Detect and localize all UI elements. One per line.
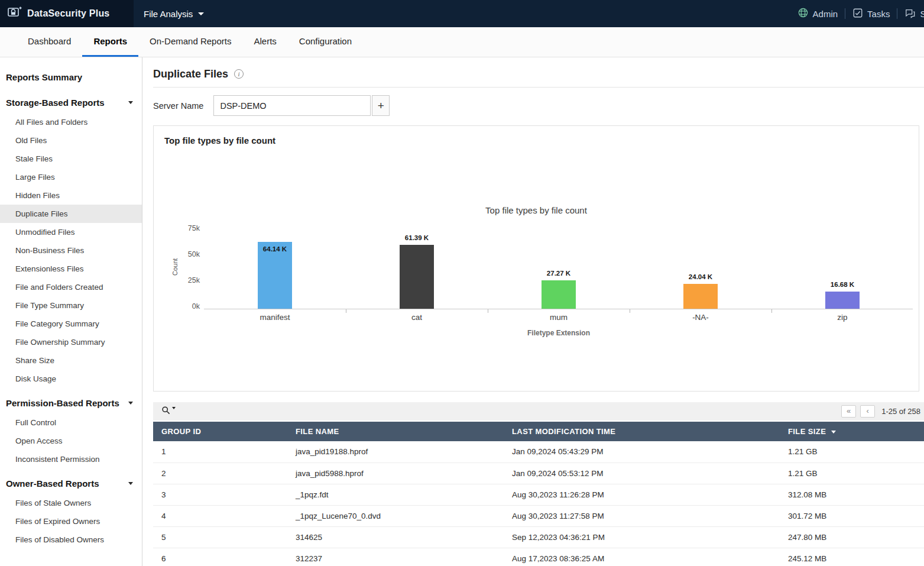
table-cell: 1 [153,441,287,462]
sidebar-item-all-files-and-folders[interactable]: All Files and Folders [0,113,142,131]
support-menu[interactable]: Support [904,8,924,20]
sidebar-item-duplicate-files[interactable]: Duplicate Files [0,205,142,223]
chevron-down-icon [172,407,176,409]
sidebar-item-non-business-files[interactable]: Non-Business Files [0,241,142,260]
table-header-row: GROUP ID FILE NAME LAST MODIFICATION TIM… [153,422,924,441]
bar-na[interactable] [683,284,718,309]
sidebar-item-stale-files[interactable]: Stale Files [0,150,142,168]
sidebar-item-files-of-disabled-owners[interactable]: Files of Disabled Owners [0,531,142,549]
table-row[interactable]: 5314625Sep 12,2023 04:36:21 PM247.80 MB [153,526,924,548]
chevron-down-icon [128,101,133,104]
module-selector[interactable]: File Analysis [144,9,204,19]
column-header-label: FILE SIZE [788,427,826,436]
table-cell: 1.21 GB [780,462,924,484]
pagination: « ‹ 1-25 of 258 [841,405,920,418]
sidebar-item-open-access[interactable]: Open Access [0,432,142,450]
x-axis-tick [488,309,488,313]
x-axis-label: Filetype Extension [204,329,913,337]
table-cell: 247.80 MB [780,526,924,548]
y-axis-tick: 0k [171,302,200,311]
tab-reports[interactable]: Reports [82,27,138,57]
x-axis-category: manifest [234,313,316,322]
column-header-file-size[interactable]: FILE SIZE [780,422,924,441]
column-header-file-name[interactable]: FILE NAME [287,422,504,441]
x-axis-category: mum [517,313,600,322]
x-axis-tick [771,309,772,313]
admin-label: Admin [813,9,838,19]
table-cell: java_pid5988.hprof [287,462,504,484]
pagination-range: 1-25 of 258 [881,407,920,416]
sidebar-item-files-of-stale-owners[interactable]: Files of Stale Owners [0,494,142,512]
column-header-last-modification-time[interactable]: LAST MODIFICATION TIME [504,422,780,441]
tab-alerts[interactable]: Alerts [242,27,287,57]
admin-menu[interactable]: Admin [797,7,838,20]
table-cell: 3 [153,484,287,505]
table-row[interactable]: 6312237Aug 17,2023 08:36:25 AM245.12 MB [153,548,924,566]
search-icon [161,406,171,418]
pagination-prev-button[interactable]: ‹ [860,405,875,418]
sidebar-section-title: Owner-Based Reports [6,478,99,489]
tab-configuration[interactable]: Configuration [288,27,363,57]
sidebar-item-disk-usage[interactable]: Disk Usage [0,370,142,388]
chevron-down-icon [198,12,204,15]
x-axis-tick [346,309,346,313]
server-name-label: Server Name [153,101,203,111]
column-header-label: GROUP ID [161,427,201,436]
sidebar-item-full-control[interactable]: Full Control [0,413,142,432]
sidebar-item-large-files[interactable]: Large Files [0,168,142,186]
bar-cat[interactable] [400,245,434,309]
sidebar-section-title: Reports Summary [6,72,82,82]
sidebar-item-file-type-summary[interactable]: File Type Summary [0,296,142,315]
y-axis-tick: 25k [171,276,200,284]
nav-tabs: DashboardReportsOn-Demand ReportsAlertsC… [0,27,924,57]
sidebar-section-title: Storage-Based Reports [6,98,105,108]
sidebar-item-unmodified-files[interactable]: Unmodified Files [0,223,142,241]
y-axis-label: Count [171,258,179,276]
sidebar-item-files-of-expired-owners[interactable]: Files of Expired Owners [0,512,142,531]
column-search-button[interactable] [161,406,176,418]
sidebar-item-inconsistent-permission[interactable]: Inconsistent Permission [0,450,142,468]
column-header-group-id[interactable]: GROUP ID [153,422,287,441]
table-cell: 1.21 GB [780,441,924,462]
table-row[interactable]: 4_1pqz_Lucene70_0.dvdAug 30,2023 11:27:5… [153,505,924,526]
sidebar-section-reports-summary[interactable]: Reports Summary [0,67,142,88]
sidebar-section-owner-based-reports[interactable]: Owner-Based Reports [0,473,142,494]
table-cell: 245.12 MB [780,548,924,566]
sidebar-item-old-files[interactable]: Old Files [0,131,142,150]
x-axis-category: -NA- [659,313,742,322]
table-cell: 312237 [287,548,504,566]
pagination-first-button[interactable]: « [841,405,856,418]
sidebar-item-file-and-folders-created[interactable]: File and Folders Created [0,278,142,296]
tab-on-demand-reports[interactable]: On-Demand Reports [138,27,242,57]
tasks-menu[interactable]: Tasks [852,8,890,20]
server-name-input[interactable] [213,95,371,116]
bar-value-label: 24.04 K [674,273,727,280]
sidebar-item-file-ownership-summary[interactable]: File Ownership Summary [0,333,142,351]
sidebar-section-storage-based-reports[interactable]: Storage-Based Reports [0,92,142,113]
tab-dashboard[interactable]: Dashboard [17,27,82,57]
add-server-button[interactable]: + [372,95,390,116]
sidebar-item-file-category-summary[interactable]: File Category Summary [0,315,142,333]
table-row[interactable]: 3_1pqz.fdtAug 30,2023 11:26:28 PM312.08 … [153,484,924,505]
table-cell: _1pqz.fdt [287,484,504,505]
sidebar-item-share-size[interactable]: Share Size [0,351,142,370]
bar-value-label: 64.14 K [248,245,301,253]
bar-mum[interactable] [542,280,576,309]
sidebar-section-title: Permission-Based Reports [6,398,119,408]
main-content: Duplicate Files Server Name + Top file t… [142,57,924,566]
sidebar-item-hidden-files[interactable]: Hidden Files [0,186,142,205]
bar-zip[interactable] [825,292,860,309]
table-row[interactable]: 2java_pid5988.hprofJan 09,2024 05:53:12 … [153,462,924,484]
x-axis-line [204,309,913,309]
info-icon[interactable] [234,69,244,79]
sidebar-section-permission-based-reports[interactable]: Permission-Based Reports [0,393,142,413]
bar-value-label: 61.39 K [390,234,443,241]
table-cell: Aug 30,2023 11:26:28 PM [504,484,780,505]
table-row[interactable]: 1java_pid19188.hprofJan 09,2024 05:43:29… [153,441,924,462]
sidebar-item-extensionless-files[interactable]: Extensionless Files [0,260,142,278]
topbar-actions: Admin Tasks Support [797,0,924,27]
bar-value-label: 27.27 K [532,270,585,277]
chat-icon [904,8,916,20]
app-logo[interactable]: DataSecurity Plus [0,0,134,27]
table-cell: 314625 [287,526,504,548]
